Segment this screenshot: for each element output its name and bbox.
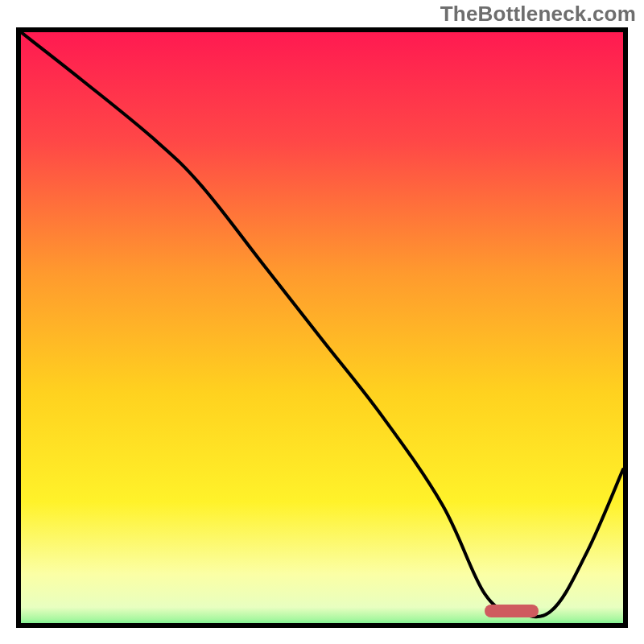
optimum-marker xyxy=(485,605,539,617)
watermark-text: TheBottleneck.com xyxy=(440,2,636,27)
plot-frame xyxy=(16,27,628,628)
bottleneck-curve xyxy=(21,32,623,617)
chart-root: TheBottleneck.com xyxy=(0,0,644,644)
curve-layer xyxy=(21,32,623,623)
